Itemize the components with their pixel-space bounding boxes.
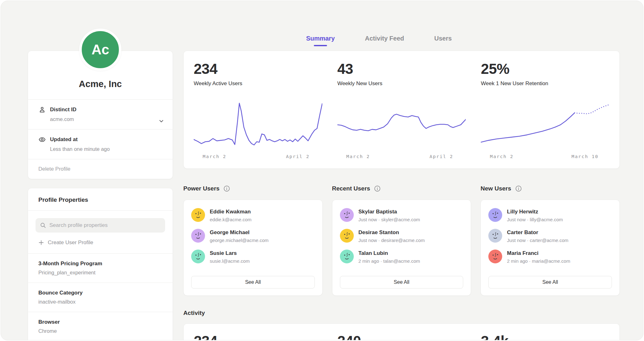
activity-stat: 234 [194,333,322,340]
user-avatar [191,250,205,263]
distinct-id-row[interactable]: Distinct ID acme.com [28,100,173,129]
distinct-id-label: Distinct ID [50,107,76,113]
search-input[interactable] [49,222,161,228]
user-meta: Just now · desirare@acme.com [358,238,425,243]
user-list-item[interactable]: George Michael george.michael@acme.com [191,229,315,243]
info-icon[interactable] [223,185,230,192]
user-name: George Michael [210,229,269,236]
user-avatar [488,229,502,243]
face-icon [340,229,354,243]
stat-value: 25% [481,60,609,77]
user-list-item[interactable]: Maria Franci 2 min ago · maria@acme.com [488,250,612,264]
divider [28,210,173,211]
weekly-new-users-sparkline [337,100,466,150]
face-icon [340,250,354,263]
see-all-button[interactable]: See All [488,276,612,289]
new-users-section: New Users [480,184,620,296]
property-row[interactable]: Bounce Category inactive-mailbox [28,283,173,312]
user-list-item[interactable]: Desirae Stanton Just now · desirare@acme… [340,229,464,243]
activity-card: 234 240 3.4k [183,323,620,340]
property-row[interactable]: 3-Month Pricing Program Pricing_plan_exp… [28,254,173,283]
user-name: Skylar Baptista [358,208,420,215]
retention-sparkline [481,100,609,150]
profile-properties-card: Profile Properties Create User Pro [28,188,173,340]
active-tab-underline [314,45,327,46]
user-meta: george.michael@acme.com [210,238,269,243]
user-list-item[interactable]: Lilly Herwitz Just now · lilly@acme.com [488,208,612,222]
face-icon [488,250,502,263]
power-users-section: Power Users [183,184,323,296]
tab-bar: Summary Activity Feed Users [161,35,597,46]
user-list: Eddie Kwakman eddie.k@acme.com George Mi… [191,208,315,270]
info-icon[interactable] [515,185,522,192]
info-icon[interactable] [374,185,381,192]
activity-stat: 3.4k [481,333,609,340]
create-user-profile-label: Create User Profile [48,239,93,246]
updated-at-value: Less than one minute ago [50,146,165,152]
tab-activity-feed[interactable]: Activity Feed [365,35,404,46]
create-user-profile-button[interactable]: Create User Profile [38,239,165,246]
person-icon [38,106,46,113]
user-list-item[interactable]: Talan Lubin 2 min ago · talan@acme.com [340,250,464,264]
tab-summary[interactable]: Summary [306,35,335,46]
distinct-id-value: acme.com [50,116,165,122]
user-name: Talan Lubin [358,250,420,256]
company-avatar-initials: Ac [79,29,121,71]
user-list: Lilly Herwitz Just now · lilly@acme.com … [488,208,612,270]
user-name: Desirae Stanton [358,229,425,236]
see-all-button[interactable]: See All [191,276,315,289]
activity-title: Activity [183,310,620,317]
user-meta: 2 min ago · talan@acme.com [358,258,420,264]
user-list-item[interactable]: Carter Bator Just now · carter@acme.com [488,229,612,243]
user-sections: Power Users [183,184,620,296]
stat-label: Weekly Active Users [194,80,322,87]
property-row[interactable]: Browser Chrome [28,312,173,340]
x-axis-labels: March 2 April 2 [337,154,466,160]
property-name: Bounce Category [38,290,165,296]
stat-weekly-new-users: 43 Weekly New Users March 2 April 2 [337,60,466,168]
activity-stat: 240 [337,333,466,340]
user-name: Lilly Herwitz [507,208,563,215]
see-all-button[interactable]: See All [340,276,464,289]
stat-week1-retention: 25% Week 1 New User Retention March 2 Ma… [481,60,609,168]
eye-icon [38,136,46,143]
face-icon [340,208,354,222]
user-list-item[interactable]: Susie Lars susie.l@acme.com [191,250,315,264]
user-name: Carter Bator [507,229,568,236]
chevron-down-icon[interactable] [158,118,164,124]
search-icon [40,222,46,228]
stat-value: 43 [337,60,466,77]
stat-label: Weekly New Users [337,80,466,87]
updated-at-label: Updated at [50,136,78,143]
power-users-title: Power Users [183,185,219,192]
delete-profile-button[interactable]: Delete Profile [28,159,173,179]
user-list-item[interactable]: Eddie Kwakman eddie.k@acme.com [191,208,315,222]
user-avatar [191,229,205,243]
user-avatar [340,229,354,243]
x-axis-labels: March 2 April 2 [194,154,322,160]
weekly-active-users-sparkline [194,100,322,150]
profile-properties-search[interactable] [36,218,165,233]
app-window: Ac Acme, Inc Distinct ID acme.com [1,1,643,340]
property-value: Pricing_plan_experiment [38,270,165,276]
user-avatar [488,208,502,222]
stat-weekly-active-users: 234 Weekly Active Users March 2 April 2 [194,60,322,168]
property-name: Browser [38,319,165,325]
power-users-card: Eddie Kwakman eddie.k@acme.com George Mi… [183,200,323,296]
summary-stats-card: 234 Weekly Active Users March 2 April 2 … [183,51,620,169]
user-avatar [488,250,502,263]
user-meta: Just now · skyler@acme.com [358,217,420,222]
main-content: Summary Activity Feed Users 234 Weekly A… [183,1,620,340]
face-icon [191,250,205,263]
user-name: Eddie Kwakman [210,208,252,215]
face-icon [488,229,502,243]
user-list-item[interactable]: Skylar Baptista Just now · skyler@acme.c… [340,208,464,222]
user-meta: Just now · carter@acme.com [507,238,568,243]
recent-users-title: Recent Users [332,185,370,192]
face-icon [191,229,205,243]
updated-at-row: Updated at Less than one minute ago [28,129,173,159]
tab-users[interactable]: Users [434,35,452,46]
new-users-title: New Users [480,185,511,192]
property-value: inactive-mailbox [38,299,165,305]
property-value: Chrome [38,328,165,334]
